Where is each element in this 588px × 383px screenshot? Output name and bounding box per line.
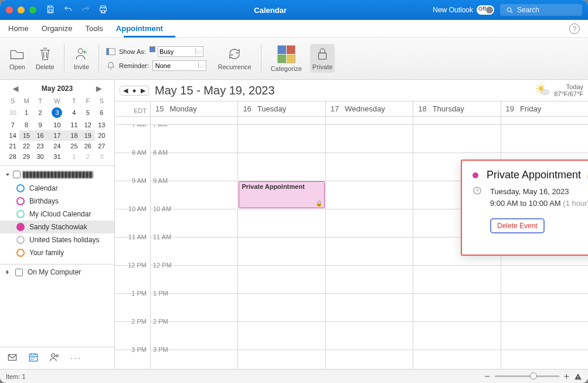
calendar-list-item[interactable]: United States holidays bbox=[0, 233, 114, 246]
day-header[interactable]: 17 Wednesday bbox=[325, 101, 413, 116]
minical-day[interactable]: 10 bbox=[47, 120, 67, 130]
minical-day[interactable]: 5 bbox=[81, 106, 94, 120]
close-window-icon[interactable] bbox=[6, 6, 13, 13]
zoom-in-icon[interactable]: + bbox=[564, 371, 569, 382]
account-name-redacted bbox=[23, 171, 93, 178]
minical-day[interactable]: 3 bbox=[47, 106, 67, 120]
minical-day[interactable]: 19 bbox=[81, 130, 94, 141]
calendar-list-item[interactable]: Your family bbox=[0, 246, 114, 259]
zoom-window-icon[interactable] bbox=[29, 6, 36, 13]
search-input[interactable]: Search bbox=[500, 4, 582, 16]
minical-day[interactable]: 16 bbox=[33, 130, 47, 141]
minical-day[interactable]: 30 bbox=[33, 151, 47, 162]
recurrence-button[interactable]: Recurrence bbox=[216, 44, 254, 73]
calendar-list-item[interactable]: Birthdays bbox=[0, 195, 114, 208]
account-header[interactable] bbox=[0, 170, 114, 179]
minical-day[interactable]: 17 bbox=[47, 130, 67, 141]
minical-day[interactable]: 1 bbox=[19, 106, 33, 120]
minical-day[interactable]: 27 bbox=[95, 141, 108, 151]
zoom-out-icon[interactable]: − bbox=[484, 371, 490, 382]
minical-day[interactable]: 2 bbox=[33, 106, 47, 120]
svg-rect-8 bbox=[8, 355, 16, 361]
minical-day[interactable]: 4 bbox=[67, 106, 81, 120]
bell-icon bbox=[106, 61, 115, 70]
minical-day[interactable]: 29 bbox=[19, 151, 33, 162]
minical-day[interactable]: 9 bbox=[33, 120, 47, 130]
minical-day[interactable]: 2 bbox=[81, 151, 94, 162]
minical-day[interactable]: 20 bbox=[95, 130, 108, 141]
mail-icon[interactable] bbox=[7, 352, 18, 364]
warning-icon[interactable] bbox=[574, 372, 582, 381]
tab-home[interactable]: Home bbox=[8, 24, 29, 33]
redo-icon[interactable] bbox=[81, 5, 90, 16]
more-icon[interactable]: ··· bbox=[70, 353, 81, 364]
show-as-select[interactable]: ▲▼ bbox=[149, 46, 203, 57]
calendar-list-item[interactable]: My iCloud Calendar bbox=[0, 208, 114, 221]
minical-day[interactable]: 25 bbox=[67, 141, 81, 151]
calendar-event[interactable]: Private Appointment🔒 bbox=[239, 181, 324, 208]
minical-day[interactable]: 8 bbox=[19, 120, 33, 130]
today-dot-icon[interactable]: ◆ bbox=[130, 88, 138, 93]
minical-day[interactable]: 13 bbox=[95, 120, 108, 130]
event-popup: ⤢ Private Appointment 🔒 Tuesday, May 16,… bbox=[461, 160, 588, 256]
day-column[interactable] bbox=[325, 125, 413, 369]
minical-day[interactable]: 24 bbox=[47, 141, 67, 151]
zoom-slider[interactable] bbox=[495, 375, 559, 377]
minical-day[interactable]: 18 bbox=[67, 130, 81, 141]
calendar-list-item[interactable]: Sandy Stachowiak bbox=[0, 221, 114, 233]
on-my-computer-section[interactable]: On My Computer bbox=[0, 264, 114, 280]
minical-day[interactable]: 23 bbox=[33, 141, 47, 151]
lock-icon bbox=[315, 46, 330, 62]
minical-day[interactable]: 15 bbox=[19, 130, 33, 141]
delete-event-button[interactable]: Delete Event bbox=[490, 218, 545, 233]
prev-month-icon[interactable]: ◀ bbox=[11, 84, 21, 93]
calendar-icon[interactable] bbox=[28, 352, 39, 364]
next-month-icon[interactable]: ▶ bbox=[94, 84, 104, 93]
week-range: May 15 - May 19, 2023 bbox=[155, 84, 275, 97]
minical-day[interactable]: 26 bbox=[81, 141, 94, 151]
print-icon[interactable] bbox=[98, 5, 108, 16]
svg-rect-16 bbox=[577, 378, 578, 378]
tab-tools[interactable]: Tools bbox=[85, 24, 103, 33]
invite-button[interactable]: Invite bbox=[72, 44, 91, 73]
tab-organize[interactable]: Organize bbox=[42, 24, 73, 33]
week-navigator[interactable]: ◀ ◆ ▶ bbox=[120, 86, 149, 96]
people-icon[interactable] bbox=[49, 352, 60, 364]
svg-point-4 bbox=[78, 49, 83, 53]
next-week-icon[interactable]: ▶ bbox=[138, 87, 148, 94]
minimize-window-icon[interactable] bbox=[18, 6, 25, 13]
tab-appointment[interactable]: Appointment bbox=[116, 24, 163, 33]
save-icon[interactable] bbox=[46, 5, 55, 16]
minical-day[interactable]: 7 bbox=[6, 120, 19, 130]
delete-button[interactable]: Delete bbox=[33, 44, 57, 73]
open-button[interactable]: Open bbox=[7, 44, 28, 73]
categorize-button[interactable]: Categorize bbox=[268, 43, 304, 74]
new-outlook-toggle[interactable]: New Outlook Off bbox=[433, 5, 494, 15]
svg-rect-2 bbox=[101, 11, 104, 12]
prev-week-icon[interactable]: ◀ bbox=[121, 87, 130, 94]
private-button[interactable]: Private bbox=[310, 44, 335, 73]
minical-day[interactable]: 31 bbox=[47, 151, 67, 162]
day-header[interactable]: 18 Thursday bbox=[413, 101, 500, 116]
day-header[interactable]: 15 Monday bbox=[150, 101, 237, 116]
day-column[interactable]: Private Appointment🔒 bbox=[237, 125, 325, 369]
minical-day[interactable]: 28 bbox=[6, 151, 19, 162]
day-column[interactable]: 7 AM8 AM9 AM10 AM11 AM12 PM1 PM2 PM3 PM bbox=[150, 125, 237, 369]
minical-day[interactable]: 3 bbox=[95, 151, 108, 162]
day-header[interactable]: 16 Tuesday bbox=[237, 101, 325, 116]
weather-widget[interactable]: Today 87°F/67°F bbox=[535, 83, 583, 98]
minical-day[interactable]: 1 bbox=[67, 151, 81, 162]
minical-day[interactable]: 21 bbox=[6, 141, 19, 151]
minical-day[interactable]: 14 bbox=[6, 130, 19, 141]
help-icon[interactable]: ? bbox=[569, 23, 580, 34]
reminder-select[interactable]: ▲▼ bbox=[152, 60, 206, 71]
mini-calendar[interactable]: ◀ May 2023 ▶ SMTWTFS30123456789101112131… bbox=[0, 80, 114, 163]
day-header[interactable]: 19 Friday bbox=[501, 101, 588, 116]
undo-icon[interactable] bbox=[63, 5, 73, 16]
minical-day[interactable]: 30 bbox=[6, 106, 19, 120]
minical-day[interactable]: 11 bbox=[67, 120, 81, 130]
calendar-list-item[interactable]: Calendar bbox=[0, 182, 114, 195]
minical-day[interactable]: 22 bbox=[19, 141, 33, 151]
minical-day[interactable]: 12 bbox=[81, 120, 94, 130]
minical-day[interactable]: 6 bbox=[95, 106, 108, 120]
